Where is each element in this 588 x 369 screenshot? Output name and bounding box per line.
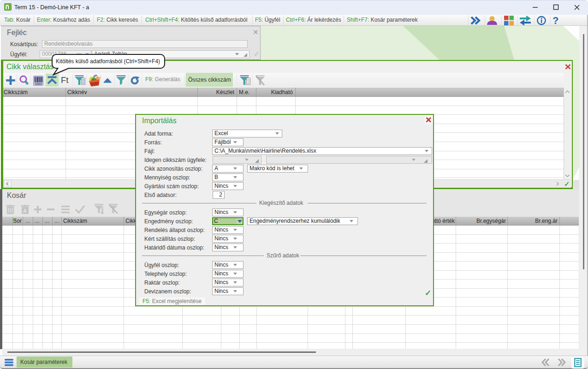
- svg-text:A: A: [23, 208, 27, 214]
- svg-text:Összes cikkszám: Összes cikkszám: [188, 77, 231, 83]
- svg-text:?: ?: [552, 16, 558, 25]
- svg-text:F9: Generálás: F9: Generálás: [145, 76, 180, 83]
- svg-text:43994: 43994: [35, 83, 42, 86]
